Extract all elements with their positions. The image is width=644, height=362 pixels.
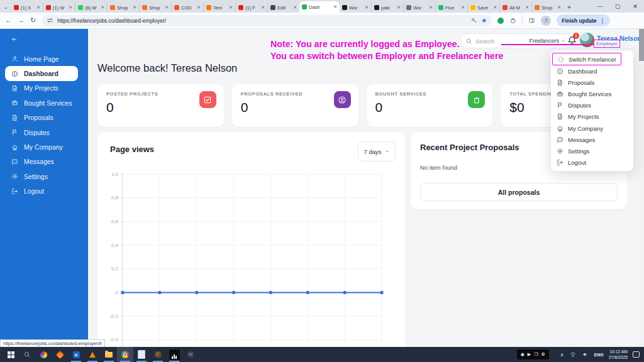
tab-close-icon[interactable]: ✕ xyxy=(197,5,201,10)
window-minimize-button[interactable]: — xyxy=(591,0,609,13)
browser-tab--1-x[interactable]: (1) X✕ xyxy=(11,3,43,13)
window-maximize-button[interactable]: ▢ xyxy=(609,0,626,13)
file-explorer-icon[interactable] xyxy=(101,347,117,362)
app-icon-flame[interactable] xyxy=(52,347,68,362)
sidebar-item-home-page[interactable]: Home Page xyxy=(0,52,88,66)
browser-tab-shop[interactable]: Shop✕ xyxy=(139,3,171,13)
menu-item-proposals[interactable]: Proposals xyxy=(551,77,633,88)
tab-close-icon[interactable]: ✕ xyxy=(333,4,337,9)
tab-close-icon[interactable]: ✕ xyxy=(493,5,497,10)
browser-tab-save[interactable]: Save✕ xyxy=(467,3,499,13)
all-proposals-button[interactable]: All proposals xyxy=(420,183,618,201)
taskbar-search-icon[interactable] xyxy=(19,347,35,362)
stats-app-icon[interactable] xyxy=(166,347,182,362)
sidebar-item-settings[interactable]: Settings xyxy=(0,169,88,184)
tab-close-icon[interactable]: ✕ xyxy=(133,5,136,10)
menu-item-my-projects[interactable]: My Projects xyxy=(551,111,633,123)
window-close-button[interactable]: ✕ xyxy=(626,0,644,13)
browser-tab-wor[interactable]: Wor✕ xyxy=(340,3,371,13)
new-tab-button[interactable]: + xyxy=(564,1,575,13)
sidebar-item-proposals[interactable]: Proposals xyxy=(0,111,88,125)
language-indicator[interactable]: ENG xyxy=(594,353,604,357)
address-bar[interactable]: https://freelancerjobs.co/dashboard-empl… xyxy=(42,15,492,26)
back-icon[interactable]: ← xyxy=(5,13,12,28)
tab-close-icon[interactable]: ✕ xyxy=(69,5,72,10)
taskbar-clock[interactable]: 10:12 AM 27/8/2025 xyxy=(609,349,628,360)
tab-close-icon[interactable]: ✕ xyxy=(165,5,169,10)
notification-center-icon[interactable] xyxy=(633,351,640,358)
range-select[interactable]: 7 days xyxy=(358,141,396,162)
site-info-icon[interactable] xyxy=(47,17,53,24)
vlc-icon[interactable] xyxy=(84,347,101,362)
side-panel-icon[interactable] xyxy=(528,17,535,24)
menu-item-disputes[interactable]: Disputes xyxy=(551,100,633,111)
start-button[interactable] xyxy=(3,347,19,362)
tab-close-icon[interactable]: ✕ xyxy=(365,5,369,10)
browser-tab-cod[interactable]: COD✕ xyxy=(171,3,203,13)
browser-tab-wor[interactable]: Wor✕ xyxy=(403,3,435,13)
tray-gear-icon[interactable]: ⚙ xyxy=(541,352,545,357)
scrollbar-thumb[interactable] xyxy=(639,28,644,61)
screen-recorder-tray[interactable]: ◉ ▶ ❐ ⚙ xyxy=(517,349,549,359)
chrome-icon[interactable] xyxy=(117,347,133,362)
passkey-icon[interactable] xyxy=(470,17,477,24)
volume-icon[interactable] xyxy=(582,351,589,358)
tab-close-icon[interactable]: ✕ xyxy=(461,5,465,10)
finish-update-button[interactable]: Finish update ⋮ xyxy=(557,14,610,26)
tab-close-icon[interactable]: ✕ xyxy=(557,5,561,10)
browser-tab--1-f[interactable]: (1) F✕ xyxy=(235,3,267,13)
menu-item-switch-freelancer[interactable]: Switch Freelancer xyxy=(552,53,621,65)
browser-tab-tem[interactable]: Tem✕ xyxy=(203,3,235,13)
tab-close-icon[interactable]: ✕ xyxy=(101,5,104,10)
tab-close-icon[interactable]: ✕ xyxy=(261,5,265,10)
menu-item-bought-services[interactable]: Bought Services xyxy=(551,88,633,99)
menu-item-dashboard[interactable]: Dashboard xyxy=(551,65,633,77)
page-scrollbar[interactable] xyxy=(639,28,644,347)
menu-item-messages[interactable]: Messages xyxy=(551,134,633,145)
notes-app-icon[interactable] xyxy=(133,347,150,362)
tab-close-icon[interactable]: ✕ xyxy=(293,5,297,10)
browser-tab--1-w[interactable]: (1) W✕ xyxy=(43,3,75,13)
outlook-icon[interactable]: o xyxy=(68,347,84,362)
browser-profile-avatar[interactable] xyxy=(541,16,551,26)
search-filter-dropdown[interactable]: Freelancers xyxy=(529,38,566,44)
settings-app-icon[interactable] xyxy=(182,347,199,362)
menu-item-logout[interactable]: Logout xyxy=(551,157,633,168)
app-icon-dark[interactable] xyxy=(150,347,166,362)
tab-close-icon[interactable]: ✕ xyxy=(397,5,401,10)
browser-tab-shop[interactable]: Shop✕ xyxy=(107,3,139,13)
sidebar-item-logout[interactable]: Logout xyxy=(0,184,88,199)
tray-expand-icon[interactable]: ∧ xyxy=(560,352,564,358)
browser-menu-kebab-icon[interactable]: ⋮ xyxy=(599,18,605,24)
extensions-puzzle-icon[interactable] xyxy=(509,17,516,24)
refresh-icon[interactable]: ↻ xyxy=(30,13,36,28)
forward-icon[interactable]: → xyxy=(18,13,25,28)
tab-close-icon[interactable]: ✕ xyxy=(525,5,529,10)
browser-tab-shop[interactable]: Shop✕ xyxy=(531,3,564,13)
tab-close-icon[interactable]: ✕ xyxy=(36,5,40,10)
network-icon[interactable] xyxy=(569,351,577,358)
bookmark-star-icon[interactable]: ★ xyxy=(481,15,487,26)
tab-search-chevron-icon[interactable]: ⌄ xyxy=(0,1,11,13)
sidebar-item-dashboard[interactable]: Dashboard xyxy=(5,66,78,80)
browser-tab-dash[interactable]: Dash✕ xyxy=(299,1,340,13)
sidebar-collapse-arrow-icon[interactable] xyxy=(11,36,18,43)
browser-tab--8-w[interactable]: (8) W✕ xyxy=(75,3,107,13)
sidebar-item-my-projects[interactable]: My Projects xyxy=(0,81,88,96)
sidebar-item-messages[interactable]: Messages xyxy=(0,155,88,169)
tab-close-icon[interactable]: ✕ xyxy=(429,5,433,10)
search-input[interactable]: Search Freelancers xyxy=(460,33,572,48)
menu-item-my-company[interactable]: My Company xyxy=(551,123,633,134)
window-icon[interactable]: ❐ xyxy=(534,352,538,357)
extension-icon-green[interactable] xyxy=(497,18,504,24)
menu-item-settings[interactable]: Settings xyxy=(551,145,633,156)
browser-tab-edit[interactable]: Edit✕ xyxy=(267,3,299,13)
sidebar-item-my-company[interactable]: My Company xyxy=(0,140,88,154)
tab-close-icon[interactable]: ✕ xyxy=(229,5,233,10)
browser-tab-paki[interactable]: paki✕ xyxy=(371,3,403,13)
sidebar-item-disputes[interactable]: Disputes xyxy=(0,125,88,140)
sidebar-item-bought-services[interactable]: Bought Services xyxy=(0,96,88,110)
browser-tab-five[interactable]: Five✕ xyxy=(435,3,467,13)
edge-browser-icon[interactable] xyxy=(35,347,52,362)
browser-tab-all-m[interactable]: All M✕ xyxy=(499,3,531,13)
